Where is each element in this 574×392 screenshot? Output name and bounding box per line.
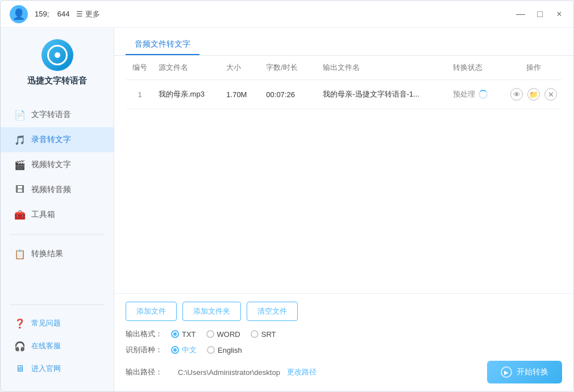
status-loading: 预处理 <box>453 89 501 99</box>
sidebar-item-toolbox[interactable]: 🧰 工具箱 <box>1 202 114 227</box>
video-audio-icon: 🎞 <box>14 184 26 195</box>
app-title: 迅捷文字转语音 <box>27 76 87 86</box>
logo-circle <box>41 39 73 71</box>
sidebar-item-faq[interactable]: ❓ 常见问题 <box>1 312 114 335</box>
col-duration: 字数/时长 <box>261 56 318 80</box>
radio-chinese-dot <box>171 346 179 354</box>
tab-audio-to-text[interactable]: 音频文件转文字 <box>126 35 199 55</box>
action-buttons: 👁 📁 ✕ <box>510 88 558 101</box>
conversion-table: 编号 源文件名 大小 字数/时长 输出文件名 转换状态 操作 1 我的母亲.mp <box>126 56 562 109</box>
sidebar-item-online-support[interactable]: 🎧 在线客服 <box>1 335 114 357</box>
change-path-link[interactable]: 更改路径 <box>287 367 317 377</box>
sidebar: 迅捷文字转语音 📄 文字转语音 🎵 录音转文字 🎬 视频转文字 🎞 视频转音频 … <box>1 28 114 391</box>
logo-area: 迅捷文字转语音 <box>1 39 114 86</box>
cell-source-name: 我的母亲.mp3 <box>154 80 222 109</box>
sidebar-label-video-to-audio: 视频转音频 <box>31 185 71 195</box>
sidebar-label-video-to-text: 视频转文字 <box>31 160 71 170</box>
output-path-label: 输出路径： <box>126 367 171 377</box>
cell-duration: 00:07:26 <box>261 80 318 109</box>
folder-icon: 📁 <box>529 90 538 99</box>
tab-bar: 音频文件转文字 <box>114 28 573 56</box>
coins-count: 644 <box>57 10 70 18</box>
sidebar-label-online-support: 在线客服 <box>31 341 61 351</box>
radio-txt-dot <box>171 330 179 338</box>
play-icon: ▶ <box>501 366 512 378</box>
col-status: 转换状态 <box>448 56 505 80</box>
recognition-lang-row: 识别语种： 中文 English <box>126 345 562 355</box>
cell-id: 1 <box>126 80 154 109</box>
sidebar-divider-2 <box>10 305 105 305</box>
close-button[interactable]: × <box>554 9 564 19</box>
format-srt-label: SRT <box>261 330 276 339</box>
lang-chinese-label: 中文 <box>182 345 197 355</box>
start-btn-label: 开始转换 <box>517 367 548 377</box>
table-row: 1 我的母亲.mp3 1.70M 00:07:26 我的母亲-迅捷文字转语音-1… <box>126 80 562 109</box>
preview-button[interactable]: 👁 <box>510 88 523 101</box>
cell-actions: 👁 📁 ✕ <box>505 80 562 109</box>
add-folder-button[interactable]: 添加文件夹 <box>182 302 241 321</box>
lang-chinese[interactable]: 中文 <box>171 345 197 355</box>
lang-english-label: English <box>218 346 242 355</box>
radio-srt-dot <box>251 330 259 338</box>
user-id: 159; <box>35 10 49 18</box>
titlebar-left: 👤 159; 644 ☰ 更多 <box>10 5 515 23</box>
minimize-button[interactable]: — <box>515 9 526 19</box>
conversion-result-icon: 📋 <box>14 248 26 260</box>
sidebar-item-audio-to-text[interactable]: 🎵 录音转文字 <box>1 127 114 152</box>
sidebar-item-official-website[interactable]: 🖥 进入官网 <box>1 357 114 380</box>
start-conversion-button[interactable]: ▶ 开始转换 <box>487 361 562 383</box>
tab-audio-to-text-label: 音频文件转文字 <box>135 39 190 48</box>
file-buttons: 添加文件 添加文件夹 清空文件 <box>126 302 562 321</box>
path-start-row: 输出路径： C:\Users\Administrator\desktop 更改路… <box>126 361 562 383</box>
output-format-group: TXT WORD SRT <box>171 330 276 339</box>
logo-inner <box>47 45 68 65</box>
format-txt-label: TXT <box>182 330 196 339</box>
sidebar-item-video-to-audio[interactable]: 🎞 视频转音频 <box>1 177 114 202</box>
toolbox-icon: 🧰 <box>14 209 26 220</box>
lang-english[interactable]: English <box>207 346 242 355</box>
open-folder-button[interactable]: 📁 <box>527 88 540 101</box>
col-size: 大小 <box>222 56 261 80</box>
sidebar-bottom: ❓ 常见问题 🎧 在线客服 🖥 进入官网 <box>1 298 114 380</box>
sidebar-item-video-to-text[interactable]: 🎬 视频转文字 <box>1 152 114 177</box>
delete-button[interactable]: ✕ <box>544 88 557 101</box>
recognition-lang-label: 识别语种： <box>126 345 171 355</box>
radio-english-dot <box>207 346 215 354</box>
col-output: 输出文件名 <box>318 56 448 80</box>
format-word-label: WORD <box>217 330 240 339</box>
sidebar-item-text-to-speech[interactable]: 📄 文字转语音 <box>1 102 114 127</box>
support-icon: 🎧 <box>14 340 26 352</box>
output-format-label: 输出格式： <box>126 329 171 339</box>
sidebar-label-conversion-result: 转换结果 <box>31 249 63 259</box>
add-file-button[interactable]: 添加文件 <box>126 302 177 321</box>
format-txt[interactable]: TXT <box>171 330 196 339</box>
user-avatar: 👤 <box>10 5 28 23</box>
app-window: 👤 159; 644 ☰ 更多 — □ × 迅捷文字转 <box>0 0 574 392</box>
cell-size: 1.70M <box>222 80 261 109</box>
sidebar-divider <box>10 234 105 235</box>
col-source: 源文件名 <box>154 56 222 80</box>
menu-icon: ☰ <box>76 10 83 18</box>
titlebar: 👤 159; 644 ☰ 更多 — □ × <box>1 1 573 28</box>
more-button[interactable]: ☰ 更多 <box>76 9 100 19</box>
file-table: 编号 源文件名 大小 字数/时长 输出文件名 转换状态 操作 1 我的母亲.mp <box>114 56 573 293</box>
eye-icon: 👁 <box>513 90 521 99</box>
main-layout: 迅捷文字转语音 📄 文字转语音 🎵 录音转文字 🎬 视频转文字 🎞 视频转音频 … <box>1 28 573 391</box>
window-controls: — □ × <box>515 9 564 19</box>
faq-icon: ❓ <box>14 318 26 329</box>
clear-files-button[interactable]: 清空文件 <box>247 302 298 321</box>
format-srt[interactable]: SRT <box>251 330 276 339</box>
sidebar-label-text-to-speech: 文字转语音 <box>31 110 71 120</box>
sidebar-label-toolbox: 工具箱 <box>31 210 55 220</box>
maximize-button[interactable]: □ <box>535 9 545 19</box>
user-info: 159; 644 <box>35 10 69 18</box>
cell-output-name: 我的母亲-迅捷文字转语音-1... <box>318 80 448 109</box>
output-format-row: 输出格式： TXT WORD SRT <box>126 329 562 339</box>
format-word[interactable]: WORD <box>206 330 240 339</box>
col-id: 编号 <box>126 56 154 80</box>
website-icon: 🖥 <box>14 363 26 374</box>
content-area: 音频文件转文字 编号 源文件名 大小 字数/时长 输出文件名 转换状态 操作 <box>114 28 573 391</box>
sidebar-item-conversion-result[interactable]: 📋 转换结果 <box>1 241 114 266</box>
recognition-lang-group: 中文 English <box>171 345 242 355</box>
user-icon: 👤 <box>13 8 25 20</box>
